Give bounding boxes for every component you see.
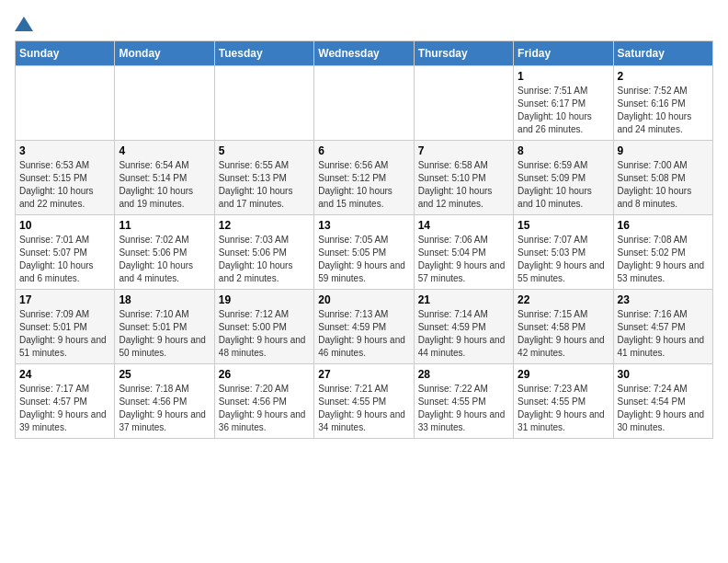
day-number: 20 xyxy=(318,293,409,306)
day-number: 5 xyxy=(219,144,310,157)
day-info: Sunrise: 6:54 AM Sunset: 5:14 PM Dayligh… xyxy=(119,159,210,211)
col-thursday: Thursday xyxy=(414,41,513,66)
day-info: Sunrise: 7:10 AM Sunset: 5:01 PM Dayligh… xyxy=(119,308,210,360)
day-info: Sunrise: 7:01 AM Sunset: 5:07 PM Dayligh… xyxy=(19,234,110,285)
day-number: 9 xyxy=(618,144,709,157)
logo xyxy=(15,15,33,33)
calendar-cell: 7Sunrise: 6:58 AM Sunset: 5:10 PM Daylig… xyxy=(414,141,513,215)
day-number: 24 xyxy=(19,368,110,381)
calendar-week-row: 1Sunrise: 7:51 AM Sunset: 6:17 PM Daylig… xyxy=(16,66,713,141)
day-info: Sunrise: 7:52 AM Sunset: 6:16 PM Dayligh… xyxy=(618,85,709,136)
day-info: Sunrise: 7:51 AM Sunset: 6:17 PM Dayligh… xyxy=(518,85,609,136)
svg-marker-0 xyxy=(15,17,33,31)
col-saturday: Saturday xyxy=(613,41,712,66)
day-info: Sunrise: 6:55 AM Sunset: 5:13 PM Dayligh… xyxy=(219,159,310,211)
calendar-cell: 1Sunrise: 7:51 AM Sunset: 6:17 PM Daylig… xyxy=(514,66,613,141)
day-number: 1 xyxy=(518,70,609,83)
header-row: Sunday Monday Tuesday Wednesday Thursday… xyxy=(16,41,713,66)
day-number: 15 xyxy=(518,219,609,232)
day-info: Sunrise: 7:13 AM Sunset: 4:59 PM Dayligh… xyxy=(318,308,409,360)
day-info: Sunrise: 7:23 AM Sunset: 4:55 PM Dayligh… xyxy=(518,383,609,434)
calendar-cell: 15Sunrise: 7:07 AM Sunset: 5:03 PM Dayli… xyxy=(514,215,613,290)
calendar-cell xyxy=(16,66,115,141)
day-number: 2 xyxy=(618,70,709,83)
day-info: Sunrise: 6:53 AM Sunset: 5:15 PM Dayligh… xyxy=(19,159,110,211)
day-info: Sunrise: 7:05 AM Sunset: 5:05 PM Dayligh… xyxy=(318,234,409,285)
day-number: 8 xyxy=(518,144,609,157)
calendar-cell: 24Sunrise: 7:17 AM Sunset: 4:57 PM Dayli… xyxy=(16,364,115,439)
col-tuesday: Tuesday xyxy=(214,41,313,66)
day-number: 14 xyxy=(418,219,509,232)
day-number: 18 xyxy=(119,293,210,306)
logo-icon xyxy=(15,15,33,33)
calendar-cell: 8Sunrise: 6:59 AM Sunset: 5:09 PM Daylig… xyxy=(514,141,613,215)
day-info: Sunrise: 7:02 AM Sunset: 5:06 PM Dayligh… xyxy=(119,234,210,285)
calendar-cell: 25Sunrise: 7:18 AM Sunset: 4:56 PM Dayli… xyxy=(115,364,214,439)
day-number: 21 xyxy=(418,293,509,306)
calendar-cell: 5Sunrise: 6:55 AM Sunset: 5:13 PM Daylig… xyxy=(214,141,313,215)
day-number: 26 xyxy=(219,368,310,381)
calendar-cell: 29Sunrise: 7:23 AM Sunset: 4:55 PM Dayli… xyxy=(514,364,613,439)
col-sunday: Sunday xyxy=(16,41,115,66)
day-info: Sunrise: 7:06 AM Sunset: 5:04 PM Dayligh… xyxy=(418,234,509,285)
day-number: 3 xyxy=(19,144,110,157)
day-number: 4 xyxy=(119,144,210,157)
day-info: Sunrise: 7:07 AM Sunset: 5:03 PM Dayligh… xyxy=(518,234,609,285)
day-number: 30 xyxy=(618,368,709,381)
day-number: 19 xyxy=(219,293,310,306)
calendar-cell: 2Sunrise: 7:52 AM Sunset: 6:16 PM Daylig… xyxy=(613,66,712,141)
day-info: Sunrise: 6:56 AM Sunset: 5:12 PM Dayligh… xyxy=(318,159,409,211)
calendar-cell: 26Sunrise: 7:20 AM Sunset: 4:56 PM Dayli… xyxy=(214,364,313,439)
day-info: Sunrise: 7:08 AM Sunset: 5:02 PM Dayligh… xyxy=(618,234,709,285)
day-info: Sunrise: 7:20 AM Sunset: 4:56 PM Dayligh… xyxy=(219,383,310,434)
calendar-cell: 19Sunrise: 7:12 AM Sunset: 5:00 PM Dayli… xyxy=(214,290,313,364)
day-info: Sunrise: 7:09 AM Sunset: 5:01 PM Dayligh… xyxy=(19,308,110,360)
calendar-cell: 16Sunrise: 7:08 AM Sunset: 5:02 PM Dayli… xyxy=(613,215,712,290)
day-number: 23 xyxy=(618,293,709,306)
day-number: 25 xyxy=(119,368,210,381)
col-friday: Friday xyxy=(514,41,613,66)
calendar-table: Sunday Monday Tuesday Wednesday Thursday… xyxy=(15,40,713,439)
calendar-cell: 4Sunrise: 6:54 AM Sunset: 5:14 PM Daylig… xyxy=(115,141,214,215)
day-info: Sunrise: 7:16 AM Sunset: 4:57 PM Dayligh… xyxy=(618,308,709,360)
day-number: 27 xyxy=(318,368,409,381)
col-monday: Monday xyxy=(115,41,214,66)
calendar-cell xyxy=(115,66,214,141)
day-info: Sunrise: 7:00 AM Sunset: 5:08 PM Dayligh… xyxy=(618,159,709,211)
day-number: 22 xyxy=(518,293,609,306)
calendar-cell: 9Sunrise: 7:00 AM Sunset: 5:08 PM Daylig… xyxy=(613,141,712,215)
calendar-cell: 22Sunrise: 7:15 AM Sunset: 4:58 PM Dayli… xyxy=(514,290,613,364)
calendar-header: Sunday Monday Tuesday Wednesday Thursday… xyxy=(16,41,713,66)
day-number: 16 xyxy=(618,219,709,232)
calendar-cell: 20Sunrise: 7:13 AM Sunset: 4:59 PM Dayli… xyxy=(314,290,414,364)
calendar-cell: 14Sunrise: 7:06 AM Sunset: 5:04 PM Dayli… xyxy=(414,215,513,290)
day-info: Sunrise: 7:24 AM Sunset: 4:54 PM Dayligh… xyxy=(618,383,709,434)
calendar-cell xyxy=(314,66,414,141)
day-info: Sunrise: 7:03 AM Sunset: 5:06 PM Dayligh… xyxy=(219,234,310,285)
calendar-cell: 6Sunrise: 6:56 AM Sunset: 5:12 PM Daylig… xyxy=(314,141,414,215)
header xyxy=(15,15,713,33)
day-number: 12 xyxy=(219,219,310,232)
calendar-cell: 11Sunrise: 7:02 AM Sunset: 5:06 PM Dayli… xyxy=(115,215,214,290)
day-number: 29 xyxy=(518,368,609,381)
calendar-cell: 3Sunrise: 6:53 AM Sunset: 5:15 PM Daylig… xyxy=(16,141,115,215)
calendar-week-row: 24Sunrise: 7:17 AM Sunset: 4:57 PM Dayli… xyxy=(16,364,713,439)
calendar-cell: 13Sunrise: 7:05 AM Sunset: 5:05 PM Dayli… xyxy=(314,215,414,290)
calendar-cell xyxy=(414,66,513,141)
calendar-cell: 27Sunrise: 7:21 AM Sunset: 4:55 PM Dayli… xyxy=(314,364,414,439)
day-number: 17 xyxy=(19,293,110,306)
day-number: 10 xyxy=(19,219,110,232)
calendar-cell xyxy=(214,66,313,141)
calendar-cell: 23Sunrise: 7:16 AM Sunset: 4:57 PM Dayli… xyxy=(613,290,712,364)
day-info: Sunrise: 7:22 AM Sunset: 4:55 PM Dayligh… xyxy=(418,383,509,434)
day-info: Sunrise: 7:14 AM Sunset: 4:59 PM Dayligh… xyxy=(418,308,509,360)
calendar-cell: 17Sunrise: 7:09 AM Sunset: 5:01 PM Dayli… xyxy=(16,290,115,364)
day-info: Sunrise: 6:59 AM Sunset: 5:09 PM Dayligh… xyxy=(518,159,609,211)
col-wednesday: Wednesday xyxy=(314,41,414,66)
day-number: 11 xyxy=(119,219,210,232)
calendar-body: 1Sunrise: 7:51 AM Sunset: 6:17 PM Daylig… xyxy=(16,66,713,439)
day-info: Sunrise: 7:12 AM Sunset: 5:00 PM Dayligh… xyxy=(219,308,310,360)
calendar-week-row: 10Sunrise: 7:01 AM Sunset: 5:07 PM Dayli… xyxy=(16,215,713,290)
calendar-cell: 10Sunrise: 7:01 AM Sunset: 5:07 PM Dayli… xyxy=(16,215,115,290)
day-number: 28 xyxy=(418,368,509,381)
